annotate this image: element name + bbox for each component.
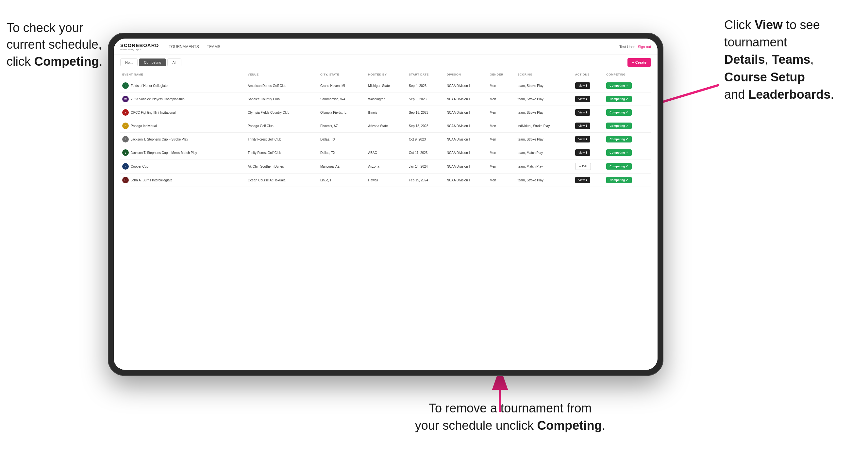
- tournaments-table: EVENT NAME VENUE CITY, STATE HOSTED BY S…: [120, 70, 651, 187]
- app-nav: SCOREBOARD Powered by clippi TOURNAMENTS…: [114, 38, 657, 55]
- team-logo: P: [122, 123, 129, 129]
- cell-scoring: team, Match Play: [516, 146, 573, 159]
- col-competing: COMPETING: [604, 70, 651, 79]
- cell-gender: Men: [488, 79, 516, 92]
- cell-hosted: Washington: [366, 92, 407, 106]
- tab-home[interactable]: Ho...: [120, 59, 137, 66]
- cell-event-name: J Jackson T. Stephens Cup – Stroke Play: [120, 133, 246, 146]
- view-button[interactable]: View ℹ: [575, 109, 590, 116]
- annotation-line2: current schedule,: [6, 38, 102, 51]
- cell-event-name: I OFCC Fighting Illini Invitational: [120, 106, 246, 119]
- info-icon: ℹ: [586, 151, 587, 154]
- cell-venue: Trinity Forest Golf Club: [246, 133, 318, 146]
- cell-venue: Papago Golf Club: [246, 119, 318, 133]
- tab-all[interactable]: All: [167, 59, 181, 66]
- edit-button[interactable]: ✏ Edit: [575, 163, 591, 170]
- cell-venue: Ocean Course At Hokuala: [246, 174, 318, 187]
- filter-tabs: Ho... Competing All: [120, 59, 181, 66]
- cell-gender: Men: [488, 92, 516, 106]
- cell-city: Phoenix, AZ: [318, 119, 366, 133]
- view-button[interactable]: View ℹ: [575, 149, 590, 156]
- cell-division: NCAA Division I: [445, 106, 488, 119]
- competing-button[interactable]: Competing ✓: [606, 149, 632, 156]
- cell-gender: Men: [488, 146, 516, 159]
- competing-button[interactable]: Competing ✓: [606, 163, 632, 169]
- team-logo: J: [122, 149, 129, 156]
- cell-start: Feb 15, 2024: [407, 174, 445, 187]
- view-button[interactable]: View ℹ: [575, 123, 590, 129]
- nav-teams[interactable]: TEAMS: [207, 43, 220, 50]
- app-content: Ho... Competing All + Create EVENT NAME …: [114, 55, 657, 370]
- cell-actions: View ℹ: [573, 106, 604, 119]
- info-icon: ℹ: [586, 124, 587, 127]
- nav-tournaments[interactable]: TOURNAMENTS: [168, 43, 199, 50]
- competing-button[interactable]: Competing ✓: [606, 123, 632, 129]
- team-logo: W: [122, 96, 129, 102]
- cell-hosted: Arizona: [366, 159, 407, 174]
- cell-event-name: J Jackson T. Stephens Cup – Men's Match …: [120, 146, 246, 159]
- cell-scoring: team, Stroke Play: [516, 133, 573, 146]
- tab-competing[interactable]: Competing: [139, 59, 166, 66]
- view-button[interactable]: View ℹ: [575, 96, 590, 102]
- cell-scoring: team, Match Play: [516, 159, 573, 174]
- create-button[interactable]: + Create: [627, 58, 651, 67]
- cell-division: NCAA Division I: [445, 146, 488, 159]
- competing-button[interactable]: Competing ✓: [606, 82, 632, 89]
- col-hosted: HOSTED BY: [366, 70, 407, 79]
- table-row: F Folds of Honor Collegiate American Dun…: [120, 79, 651, 92]
- info-icon: ℹ: [586, 179, 587, 182]
- cell-venue: Olympia Fields Country Club: [246, 106, 318, 119]
- table-row: A Copper Cup Ak-Chin Southern Dunes Mari…: [120, 159, 651, 174]
- cell-venue: Trinity Forest Golf Club: [246, 146, 318, 159]
- col-city: CITY, STATE: [318, 70, 366, 79]
- competing-button[interactable]: Competing ✓: [606, 177, 632, 183]
- tablet-frame: SCOREBOARD Powered by clippi TOURNAMENTS…: [108, 33, 663, 376]
- competing-button[interactable]: Competing ✓: [606, 109, 632, 116]
- cell-competing: Competing ✓: [604, 92, 651, 106]
- cell-gender: Men: [488, 106, 516, 119]
- cell-hosted: Hawaii: [366, 174, 407, 187]
- cell-venue: American Dunes Golf Club: [246, 79, 318, 92]
- table-row: P Papago Individual Papago Golf Club Pho…: [120, 119, 651, 133]
- cell-competing: Competing ✓: [604, 174, 651, 187]
- user-label: Test User: [619, 45, 634, 49]
- cell-division: NCAA Division I: [445, 119, 488, 133]
- info-icon: ℹ: [586, 97, 587, 101]
- col-actions: ACTIONS: [573, 70, 604, 79]
- cell-actions: View ℹ: [573, 174, 604, 187]
- table-header-row: EVENT NAME VENUE CITY, STATE HOSTED BY S…: [120, 70, 651, 79]
- cell-event-name: H John A. Burns Intercollegiate: [120, 174, 246, 187]
- event-name: Papago Individual: [131, 124, 157, 128]
- cell-competing: Competing ✓: [604, 79, 651, 92]
- view-button[interactable]: View ℹ: [575, 82, 590, 89]
- view-button[interactable]: View ℹ: [575, 136, 590, 143]
- annotation-line1: To check your: [6, 21, 83, 35]
- brand-title: SCOREBOARD: [120, 42, 159, 48]
- cell-gender: Men: [488, 133, 516, 146]
- signout-link[interactable]: Sign out: [638, 45, 651, 49]
- cell-event-name: P Papago Individual: [120, 119, 246, 133]
- competing-button[interactable]: Competing ✓: [606, 136, 632, 143]
- table-row: H John A. Burns Intercollegiate Ocean Co…: [120, 174, 651, 187]
- col-venue: VENUE: [246, 70, 318, 79]
- nav-links: TOURNAMENTS TEAMS: [168, 43, 619, 50]
- event-name: Jackson T. Stephens Cup – Stroke Play: [131, 137, 188, 141]
- cell-gender: Men: [488, 119, 516, 133]
- table-container: EVENT NAME VENUE CITY, STATE HOSTED BY S…: [114, 70, 657, 370]
- event-name: 2023 Sahalee Players Championship: [131, 97, 185, 101]
- annotation-top-left: To check your current schedule, click Co…: [6, 20, 102, 70]
- team-logo: H: [122, 177, 129, 183]
- cell-city: Dallas, TX: [318, 146, 366, 159]
- cell-scoring: team, Stroke Play: [516, 174, 573, 187]
- competing-button[interactable]: Competing ✓: [606, 96, 632, 102]
- cell-actions: View ℹ: [573, 133, 604, 146]
- annotation-bold: Competing: [34, 55, 99, 68]
- cell-division: NCAA Division I: [445, 79, 488, 92]
- event-name: OFCC Fighting Illini Invitational: [131, 111, 176, 114]
- annotation-line3: click: [6, 55, 34, 68]
- view-button[interactable]: View ℹ: [575, 177, 590, 183]
- cell-start: Sep 9, 2023: [407, 92, 445, 106]
- col-start: START DATE: [407, 70, 445, 79]
- cell-event-name: A Copper Cup: [120, 159, 246, 174]
- table-row: J Jackson T. Stephens Cup – Stroke Play …: [120, 133, 651, 146]
